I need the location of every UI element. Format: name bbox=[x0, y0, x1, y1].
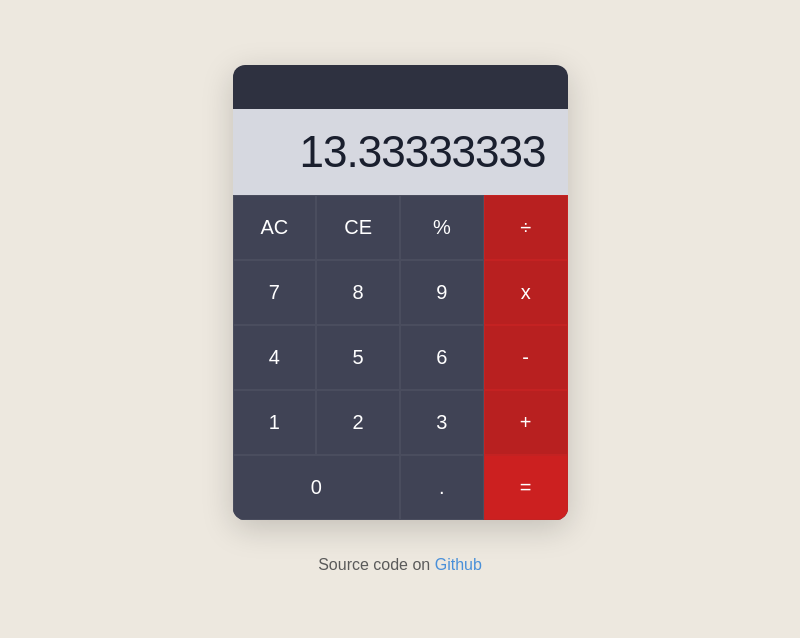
calculator-header bbox=[233, 65, 568, 109]
github-link[interactable]: Github bbox=[435, 556, 482, 573]
display-value: 13.33333333 bbox=[300, 127, 546, 176]
footer: Source code on Github bbox=[318, 556, 482, 574]
button-multiply[interactable]: x bbox=[484, 260, 568, 325]
button-0[interactable]: 0 bbox=[233, 455, 401, 520]
footer-text: Source code on bbox=[318, 556, 435, 573]
button-3[interactable]: 3 bbox=[400, 390, 484, 455]
button-1[interactable]: 1 bbox=[233, 390, 317, 455]
calculator-buttons: ACCE%÷789x456-123+0.= bbox=[233, 195, 568, 520]
button-ac[interactable]: AC bbox=[233, 195, 317, 260]
button-6[interactable]: 6 bbox=[400, 325, 484, 390]
button-subtract[interactable]: - bbox=[484, 325, 568, 390]
button-4[interactable]: 4 bbox=[233, 325, 317, 390]
button-ce[interactable]: CE bbox=[316, 195, 400, 260]
button-5[interactable]: 5 bbox=[316, 325, 400, 390]
button-percent[interactable]: % bbox=[400, 195, 484, 260]
button-2[interactable]: 2 bbox=[316, 390, 400, 455]
button-add[interactable]: + bbox=[484, 390, 568, 455]
button-divide[interactable]: ÷ bbox=[484, 195, 568, 260]
button-8[interactable]: 8 bbox=[316, 260, 400, 325]
calculator-display: 13.33333333 bbox=[233, 109, 568, 195]
button-9[interactable]: 9 bbox=[400, 260, 484, 325]
button-equals[interactable]: = bbox=[484, 455, 568, 520]
calculator: 13.33333333 ACCE%÷789x456-123+0.= bbox=[233, 65, 568, 520]
button-7[interactable]: 7 bbox=[233, 260, 317, 325]
button-decimal[interactable]: . bbox=[400, 455, 484, 520]
